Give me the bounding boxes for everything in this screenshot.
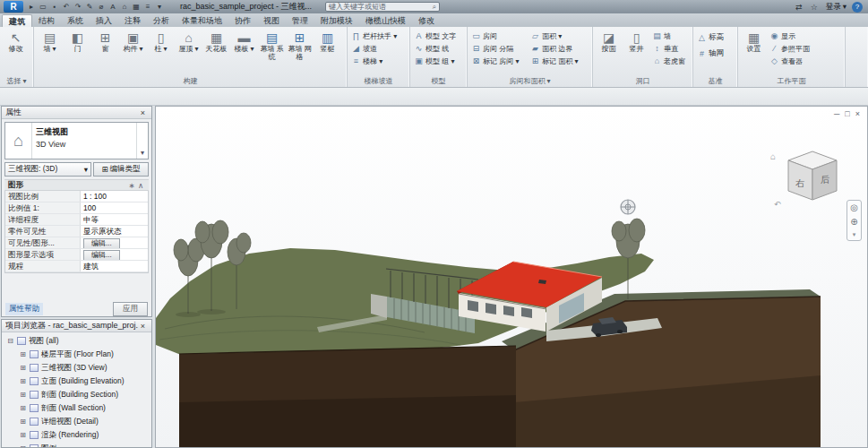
stair-button[interactable]: ≡楼梯 ▾ <box>349 55 399 67</box>
expander-closed-icon[interactable]: ⊞ <box>19 404 27 412</box>
expander-closed-icon[interactable]: ⊞ <box>19 377 27 385</box>
view-close-icon[interactable]: × <box>855 109 860 118</box>
navbar-caret-icon[interactable]: ▾ <box>853 231 856 238</box>
level-button[interactable]: △标高 <box>695 30 726 46</box>
expander-closed-icon[interactable]: ⊞ <box>19 364 27 372</box>
tag-area-button[interactable]: ⊞标记 面积 ▾ <box>529 55 580 67</box>
show-workplane-button[interactable]: ◉显示 <box>768 30 812 42</box>
curtain-system-button[interactable]: ▤幕墙 系统 <box>258 28 286 75</box>
ref-plane-button[interactable]: ∕参照平面 <box>768 42 812 55</box>
qat-save-icon[interactable]: ▭ <box>38 1 48 13</box>
viewer-button[interactable]: ◇查看器 <box>768 55 812 67</box>
opening-by-face-button[interactable]: ◪按面 <box>595 28 623 75</box>
tab-massing-site[interactable]: 体量和场地 <box>176 14 228 27</box>
column-button[interactable]: ▯柱 ▾ <box>147 28 175 75</box>
vertical-opening-button[interactable]: ↕垂直 <box>650 42 687 55</box>
room-button[interactable]: ▭房间 <box>469 30 529 42</box>
qat-default-3d-view-icon[interactable]: ⌂ <box>119 1 130 13</box>
3d-model-scene[interactable] <box>156 107 868 448</box>
properties-close-icon[interactable]: × <box>138 108 148 117</box>
qat-text-icon[interactable]: A <box>107 1 118 13</box>
browser-item-elevations[interactable]: ⊞立面 (Building Elevation) <box>2 375 151 388</box>
tag-room-button[interactable]: ⊠标记 房间 ▾ <box>469 55 529 67</box>
tab-manage[interactable]: 管理 <box>286 14 314 27</box>
tab-view[interactable]: 视图 <box>257 14 286 27</box>
instance-filter-combo[interactable]: 三维视图: (3D) ▾ <box>4 162 91 177</box>
roof-button[interactable]: ⌂屋顶 ▾ <box>175 28 202 75</box>
search-box[interactable]: 键入关键字或短语 ⌕ <box>325 2 440 12</box>
qat-measure-icon[interactable]: ⌀ <box>96 1 107 13</box>
browser-item-renderings[interactable]: ⊞渲染 (Rendering) <box>2 428 151 442</box>
tab-systems[interactable]: 系统 <box>61 14 90 27</box>
tab-insert[interactable]: 插入 <box>90 14 118 27</box>
window-button[interactable]: ⊞窗 <box>91 28 119 75</box>
browser-item-legends[interactable]: ⊞图例 <box>2 442 151 448</box>
view-restore-icon[interactable]: □ <box>845 109 849 118</box>
panel-label-opening[interactable]: 洞口 <box>593 76 692 87</box>
tab-gls-plugin[interactable]: 橄榄山快模 <box>359 14 412 27</box>
apply-button[interactable]: 应用 <box>113 302 148 316</box>
browser-root-views[interactable]: ⊟ 视图 (all) <box>2 334 151 348</box>
panel-label-datum[interactable]: 基准 <box>693 76 737 87</box>
curtain-grid-button[interactable]: ⊞幕墙 网格 <box>286 28 314 75</box>
browser-item-details[interactable]: ⊞详细视图 (Detail) <box>2 415 151 428</box>
steering-wheel-icon[interactable]: ◎ <box>850 202 858 213</box>
help-button[interactable]: ? <box>852 2 863 13</box>
scale-value[interactable]: 100 <box>81 202 148 213</box>
railing-button[interactable]: ∏栏杆扶手 ▾ <box>349 30 399 42</box>
wall-button[interactable]: ▤墙 ▾ <box>36 28 64 75</box>
expander-closed-icon[interactable]: ⊞ <box>19 350 27 358</box>
view-minimize-icon[interactable]: ─ <box>834 109 839 118</box>
qat-redo-icon[interactable]: ↷ <box>73 1 83 13</box>
browser-item-3d-views[interactable]: ⊞三维视图 (3D View) <box>2 361 151 375</box>
component-button[interactable]: ▣构件 ▾ <box>119 28 147 75</box>
browser-item-building-sections[interactable]: ⊞剖面 (Building Section) <box>2 388 151 401</box>
graphics-section-header[interactable]: 图形 ∗ ∧ <box>4 179 149 191</box>
project-browser-close-icon[interactable]: × <box>138 322 148 331</box>
3d-viewport[interactable]: ─ □ × <box>155 106 868 448</box>
dormer-button[interactable]: ⌂老虎窗 <box>650 55 687 67</box>
section-pin-icon[interactable]: ∗ <box>127 181 136 190</box>
model-group-button[interactable]: ▣模型 组 ▾ <box>412 55 458 67</box>
tab-addins[interactable]: 附加模块 <box>314 14 359 27</box>
graphic-display-options-edit-button[interactable]: 编辑... <box>83 250 120 260</box>
tab-annotate[interactable]: 注释 <box>118 14 147 27</box>
type-selector-caret-icon[interactable]: ▾ <box>136 123 148 159</box>
app-menu-button[interactable]: R <box>4 1 23 13</box>
section-collapse-icon[interactable]: ∧ <box>136 181 145 190</box>
qat-section-icon[interactable]: ▦ <box>131 1 142 13</box>
panel-label-select[interactable]: 选择 ▾ <box>0 76 33 87</box>
model-line-button[interactable]: ∿模型 线 <box>412 42 458 55</box>
mullion-button[interactable]: ▥竖梃 <box>314 28 341 75</box>
wall-opening-button[interactable]: ▤墙 <box>650 30 687 42</box>
panel-label-model[interactable]: 模型 <box>410 76 467 87</box>
parts-visibility-value[interactable]: 显示原状态 <box>81 226 148 237</box>
detail-level-value[interactable]: 中等 <box>81 214 148 225</box>
panel-label-workplane[interactable]: 工作平面 <box>738 76 845 87</box>
model-text-button[interactable]: A模型 文字 <box>412 30 458 42</box>
panel-label-build[interactable]: 构建 <box>34 76 347 87</box>
qat-thin-lines-icon[interactable]: ≡ <box>142 1 153 13</box>
tab-structure[interactable]: 结构 <box>32 14 61 27</box>
browser-item-floor-plans[interactable]: ⊞楼层平面 (Floor Plan) <box>2 348 151 361</box>
room-separator-button[interactable]: ⊟房间 分隔 <box>469 42 529 55</box>
ceiling-button[interactable]: ▦天花板 <box>202 28 230 75</box>
expander-closed-icon[interactable]: ⊞ <box>19 444 27 448</box>
shaft-button[interactable]: ▯竖井 <box>623 28 650 75</box>
area-button[interactable]: ▱面积 ▾ <box>529 30 580 42</box>
expander-open-icon[interactable]: ⊟ <box>6 337 14 345</box>
qat-sync-icon[interactable]: ▪ <box>49 1 60 13</box>
exchange-apps-icon[interactable]: ⇄ <box>793 3 805 12</box>
visibility-graphics-edit-button[interactable]: 编辑... <box>83 238 120 248</box>
expander-closed-icon[interactable]: ⊞ <box>19 418 27 426</box>
area-boundary-button[interactable]: ▰面积 边界 <box>529 42 580 55</box>
edit-type-button[interactable]: ⊞ 编辑类型 <box>93 162 149 177</box>
viewcube-home-icon[interactable]: ⌂ <box>770 151 776 161</box>
ramp-button[interactable]: ◢坡道 <box>349 42 399 55</box>
tab-collaborate[interactable]: 协作 <box>228 14 257 27</box>
view-scale-value[interactable]: 1 : 100 <box>81 191 148 202</box>
properties-help-link[interactable]: 属性帮助 <box>5 303 43 315</box>
viewcube[interactable]: ⌂ 右 后 ↶ <box>770 146 847 209</box>
panel-label-circulation[interactable]: 楼梯坡道 <box>348 76 409 87</box>
qat-print-icon[interactable]: ✎ <box>84 1 95 13</box>
